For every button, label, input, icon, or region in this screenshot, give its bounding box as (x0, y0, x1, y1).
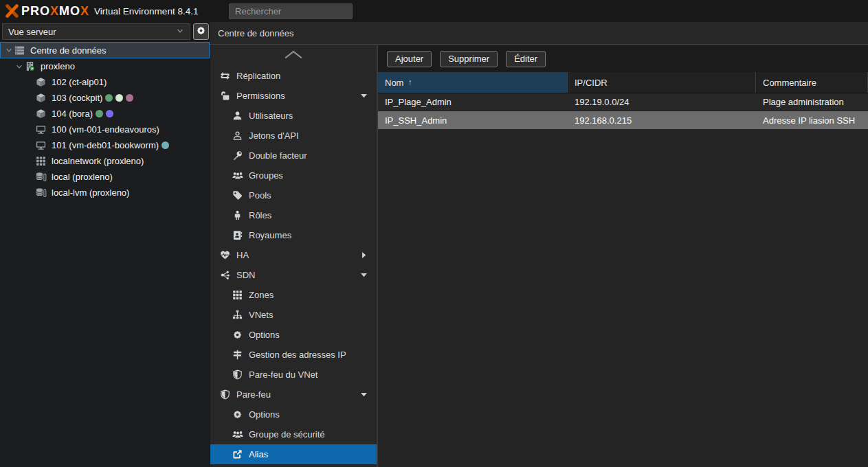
menu-item-alias[interactable]: Alias (210, 444, 377, 464)
menu-item-label: Zones (249, 290, 274, 300)
tag-dot (96, 110, 103, 117)
heartbeat-icon (219, 250, 231, 260)
grid-icon (232, 290, 243, 300)
column-header-ip-cidr[interactable]: IP/CIDR (568, 72, 756, 93)
tree-node-label: local-lvm (proxleno) (52, 187, 129, 198)
tree-node-104-bora[interactable]: 104 (bora) (0, 106, 210, 122)
monitor-icon (36, 124, 49, 135)
tree-settings-button[interactable] (193, 23, 209, 40)
menu-item-label: HA (236, 250, 249, 260)
chevron-down-icon[interactable] (359, 390, 368, 399)
menu-item-label: Options (249, 330, 280, 340)
tree-node-label: 100 (vm-001-endeavouros) (52, 124, 159, 135)
menu-item-utilisateurs[interactable]: Utilisateurs (210, 106, 377, 126)
table-body: IP_Plage_Admin192.19.0.0/24Plage adminis… (378, 93, 868, 129)
brand-wordmark: PROXMOX (21, 4, 89, 19)
grid-icon (36, 156, 49, 166)
menu-item-r-les[interactable]: Rôles (210, 205, 377, 225)
menu-item-pare-feu-du-vnet[interactable]: Pare-feu du VNet (210, 365, 377, 385)
chevron-right-icon[interactable] (359, 251, 368, 260)
user-icon (232, 111, 243, 121)
toolbar: AjouterSupprimerÉditer (378, 45, 868, 72)
menu-item-sdn[interactable]: SDN (210, 265, 377, 285)
column-header-nom[interactable]: Nom↑ (378, 72, 568, 93)
tree-expander-icon[interactable] (3, 46, 14, 54)
menu-item-label: Jetons d'API (249, 130, 299, 141)
chevron-down-icon[interactable] (359, 271, 368, 280)
menu-item-pare-feu[interactable]: Pare-feu (210, 385, 377, 405)
menu-scroll-up[interactable] (210, 45, 377, 66)
menu-item-permissions[interactable]: Permissions (210, 86, 377, 106)
breadcrumb: Centre de données (210, 22, 868, 45)
tree-expander-icon[interactable] (14, 62, 25, 71)
menu-item-royaumes[interactable]: Royaumes (210, 225, 377, 245)
menu-item-jetons-d-api[interactable]: Jetons d'API (210, 126, 377, 146)
menu-item-zones[interactable]: Zones (210, 285, 377, 305)
tree-node-100-vm-001-endeavouros[interactable]: 100 (vm-001-endeavouros) (0, 122, 210, 137)
tree-node-label: 104 (bora) (52, 109, 93, 119)
storage-icon (36, 172, 49, 182)
gear-icon (232, 409, 243, 420)
table-row-ip-ssh-admin[interactable]: IP_SSH_Admin192.168.0.215Adresse IP lias… (378, 111, 868, 129)
menu-item-label: Pare-feu du VNet (249, 369, 318, 380)
chevron-down-icon[interactable] (359, 91, 368, 100)
menu-item-label: Options (249, 409, 280, 420)
menu-item-label: SDN (236, 270, 255, 280)
column-header-commentaire[interactable]: Commentaire (756, 72, 868, 93)
user-outline-icon (232, 130, 243, 141)
tree-node-local-proxleno[interactable]: local (proxleno) (0, 169, 210, 185)
tag-dot (115, 94, 123, 102)
gear-icon (196, 25, 206, 38)
tree-node-103-cockpit[interactable]: 103 (cockpit) (0, 90, 210, 106)
cell-ip-cidr: 192.19.0.0/24 (568, 93, 756, 111)
tree-node-localnetwork-proxleno[interactable]: localnetwork (proxleno) (0, 153, 210, 169)
proxmox-logo: PROXMOX Virtual Environment 8.4.1 (0, 3, 198, 19)
supprimer-button[interactable]: Supprimer (440, 51, 498, 67)
resource-tree: Centre de donnéesproxleno102 (ct-alp01)1… (0, 41, 210, 467)
menu-item-label: Alias (249, 449, 268, 459)
storage-icon (36, 187, 49, 198)
table-row-ip-plage-admin[interactable]: IP_Plage_Admin192.19.0.0/24Plage adminis… (378, 93, 868, 111)
menu-item-gestion-des-adresses-ip[interactable]: Gestion des adresses IP (210, 345, 377, 365)
menu-item-options[interactable]: Options (210, 325, 377, 345)
menu-item-groupe-de-s-curit[interactable]: Groupe de sécurité (210, 424, 377, 444)
cube-icon (36, 109, 49, 119)
address-book-icon (232, 230, 243, 240)
menu-item-groupes[interactable]: Groupes (210, 166, 377, 185)
tree-node-local-lvm-proxleno[interactable]: local-lvm (proxleno) (0, 185, 210, 201)
menu-item-label: Double facteur (249, 150, 307, 161)
cell-nom: IP_Plage_Admin (378, 93, 568, 111)
signpost-icon (232, 350, 243, 360)
tag-dot (105, 94, 113, 102)
ajouter-button[interactable]: Ajouter (387, 51, 432, 67)
tag-icon (232, 190, 243, 201)
menu-item-ha[interactable]: HA (210, 245, 377, 265)
menu-item-vnets[interactable]: VNets (210, 305, 377, 325)
server-icon (14, 45, 27, 56)
view-selector[interactable]: Vue serveur (2, 23, 190, 40)
-diter-button[interactable]: Éditer (506, 51, 546, 67)
tree-node-101-vm-deb01-bookworm[interactable]: 101 (vm-deb01-bookworm) (0, 137, 210, 153)
menu-item-label: Gestion des adresses IP (249, 350, 346, 360)
tree-node-label: 103 (cockpit) (52, 93, 102, 103)
person-icon (232, 210, 243, 220)
chevron-up-icon (284, 49, 303, 62)
search-input[interactable] (229, 3, 353, 19)
column-label: Nom (385, 78, 403, 88)
cell-ip-cidr: 192.168.0.215 (568, 111, 756, 129)
menu-item-r-plication[interactable]: Réplication (210, 66, 377, 86)
external-link-icon (232, 449, 243, 459)
tree-node-102-ct-alp01[interactable]: 102 (ct-alp01) (0, 74, 210, 90)
table-header: Nom↑IP/CIDRCommentaire (378, 72, 868, 93)
tree-node-label: 101 (vm-deb01-bookworm) (52, 140, 159, 150)
menu-item-pools[interactable]: Pools (210, 185, 377, 205)
menu-item-options[interactable]: Options (210, 405, 377, 424)
tree-node-centre-de-donn-es[interactable]: Centre de données (0, 42, 210, 58)
menu-item-double-facteur[interactable]: Double facteur (210, 146, 377, 166)
tree-node-proxleno[interactable]: proxleno (0, 58, 210, 74)
users-icon (232, 170, 243, 181)
page-title: Centre de données (218, 28, 294, 38)
column-label: Commentaire (763, 78, 816, 88)
shield-icon (232, 369, 243, 380)
proxmox-x-icon (4, 3, 20, 19)
